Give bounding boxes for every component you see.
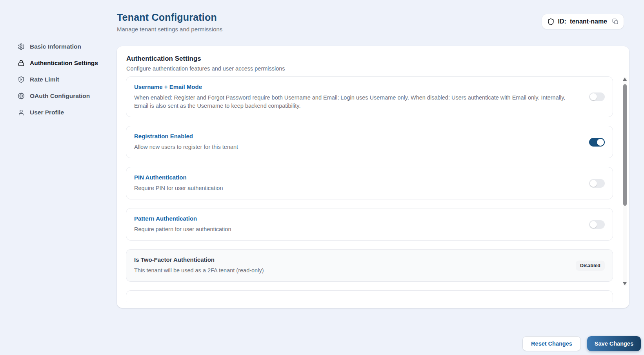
toggle-pattern-authentication[interactable]: [589, 220, 605, 229]
setting-description: This tenant will be used as a 2FA tenant…: [134, 266, 564, 275]
shield-x-icon: [18, 76, 25, 83]
panel-header: Authentication Settings Configure authen…: [117, 46, 629, 72]
sidebar-item-label: OAuth Configuration: [30, 92, 90, 100]
gear-icon: [18, 43, 25, 50]
status-badge: Disabled: [576, 261, 605, 271]
toggle-username-email-mode[interactable]: [589, 92, 605, 101]
toggle-pin-authentication[interactable]: [589, 179, 605, 188]
save-changes-button[interactable]: Save Changes: [587, 336, 641, 351]
lock-icon: [18, 60, 25, 67]
sidebar-item-label: Rate Limit: [30, 76, 59, 83]
page-header: Tenant Configuration Manage tenant setti…: [117, 12, 222, 33]
vertical-scrollbar[interactable]: [623, 77, 627, 286]
sidebar: Basic Information Authentication Setting…: [18, 38, 114, 121]
setting-title: Is Two-Factor Authentication: [134, 256, 564, 263]
panel-title: Authentication Settings: [126, 55, 620, 63]
sidebar-item-label: User Profile: [30, 109, 64, 116]
toggle-knob: [597, 139, 604, 146]
tenant-id-label: ID:: [558, 18, 566, 25]
reset-changes-button[interactable]: Reset Changes: [522, 336, 581, 351]
page-title: Tenant Configuration: [117, 12, 222, 23]
setting-description: When enabled: Register and Forgot Passwo…: [134, 94, 577, 110]
toggle-knob: [590, 180, 597, 187]
setting-title: Username + Email Mode: [134, 83, 577, 90]
setting-description: Allow new users to register for this ten…: [134, 143, 577, 151]
setting-title: PIN Authentication: [134, 174, 577, 181]
copy-icon: [612, 18, 619, 25]
toggle-knob: [590, 221, 597, 228]
sidebar-item-basic-information[interactable]: Basic Information: [18, 38, 114, 55]
globe-icon: [18, 92, 25, 100]
scrollbar-thumb[interactable]: [623, 84, 627, 206]
scroll-up-arrow[interactable]: [623, 78, 627, 81]
setting-card: Username + Email Mode When enabled: Regi…: [126, 76, 613, 117]
setting-card: PIN Authentication Require PIN for user …: [126, 167, 613, 199]
tenant-id-badge: ID: tenant-name: [542, 14, 624, 29]
tenant-id-value: tenant-name: [570, 18, 607, 25]
copy-tenant-id-button[interactable]: [612, 18, 619, 25]
setting-title: Pattern Authentication: [134, 215, 577, 222]
setting-card: Is Two-Factor Authentication This tenant…: [126, 249, 613, 282]
sidebar-item-oauth-configuration[interactable]: OAuth Configuration: [18, 88, 114, 104]
scroll-down-arrow[interactable]: [623, 282, 627, 285]
setting-card: Registration Enabled Allow new users to …: [126, 126, 613, 158]
toggle-knob: [590, 93, 597, 100]
setting-card: Pattern Authentication Require pattern f…: [126, 208, 613, 241]
sidebar-item-rate-limit[interactable]: Rate Limit: [18, 71, 114, 88]
sidebar-item-authentication-settings[interactable]: Authentication Settings: [18, 55, 114, 71]
sidebar-item-label: Authentication Settings: [30, 60, 98, 67]
main-panel: Authentication Settings Configure authen…: [117, 46, 629, 308]
toggle-registration-enabled[interactable]: [589, 138, 605, 147]
sidebar-item-user-profile[interactable]: User Profile: [18, 104, 114, 121]
setting-description: Require pattern for user authentication: [134, 225, 577, 234]
user-icon: [18, 109, 25, 116]
page-subtitle: Manage tenant settings and permissions: [117, 26, 222, 33]
setting-title: Registration Enabled: [134, 133, 577, 139]
panel-subtitle: Configure authentication features and us…: [126, 65, 620, 72]
settings-scroll-area: Username + Email Mode When enabled: Regi…: [126, 76, 613, 302]
setting-card-partial: [126, 290, 613, 302]
shield-icon: [547, 18, 555, 25]
footer-actions: Reset Changes Save Changes: [522, 336, 641, 351]
sidebar-item-label: Basic Information: [30, 43, 81, 50]
setting-description: Require PIN for user authentication: [134, 184, 577, 192]
